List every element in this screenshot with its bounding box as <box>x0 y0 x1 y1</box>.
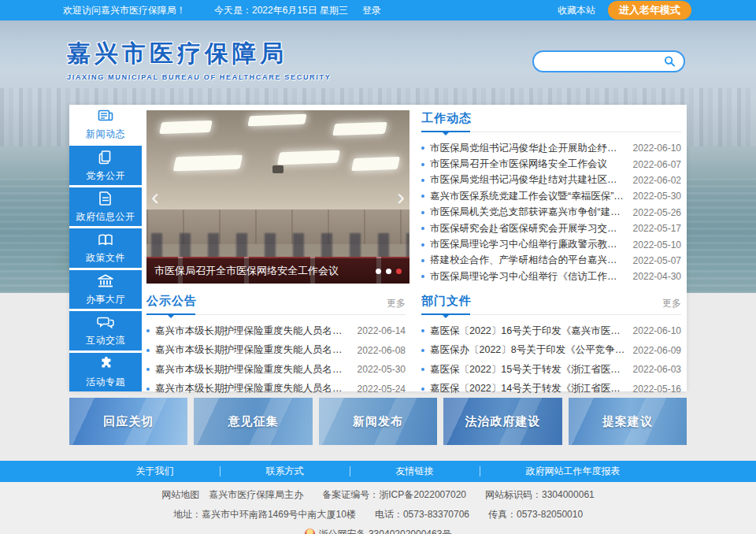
news-title: 嘉医保〔2022〕15号关于转发《浙江省医疗保... <box>430 363 627 376</box>
news-date: 2022-06-08 <box>358 345 406 356</box>
news-title: 搭建校企合作、产学研相结合的平台嘉兴市长期护理... <box>430 254 627 267</box>
section-header: 部门文件 更多 <box>421 294 681 315</box>
bullet-icon <box>421 243 424 247</box>
bullet-icon <box>421 349 424 352</box>
bullet-icon <box>421 211 424 214</box>
carousel-dot[interactable] <box>386 269 391 274</box>
photo-light <box>277 150 340 165</box>
news-date: 2022-06-09 <box>633 345 681 356</box>
favorite-link[interactable]: 收藏本站 <box>558 4 595 17</box>
footer-nav-contact[interactable]: 联系方式 <box>220 465 350 478</box>
today-date: 今天是：2022年6月15日 星期三 <box>214 4 348 17</box>
news-item[interactable]: 嘉医保办〔2022〕8号关于印发《公平竞争审查...2022-06-09 <box>421 341 681 361</box>
sidebar-item-label: 新闻动态 <box>86 128 125 141</box>
sidebar-item-interaction[interactable]: 互动交流 <box>69 311 142 350</box>
section-title[interactable]: 工作动态 <box>421 111 472 124</box>
news-item[interactable]: 嘉医保〔2022〕15号关于转发《浙江省医疗保...2022-06-03 <box>421 360 681 380</box>
news-date: 2022-06-02 <box>633 175 681 186</box>
news-item[interactable]: 市医保局理论学习中心组举行廉政警示教育专题学习...2022-05-10 <box>421 236 681 252</box>
banner-news-release[interactable]: 新闻发布 <box>319 398 437 445</box>
news-title: 嘉兴市医保系统党建工作会议暨“幸福医保”党建联... <box>430 190 627 203</box>
login-link[interactable]: 登录 <box>362 4 381 17</box>
bullet-icon <box>421 329 424 332</box>
bullet-icon <box>421 259 424 262</box>
sidebar-item-label: 互动交流 <box>86 334 125 347</box>
bullet-icon <box>146 349 150 352</box>
news-date: 2022-06-10 <box>633 143 681 154</box>
news-item[interactable]: 市医保局党组书记冯俊华赴企开展助企纾困活动2022-06-10 <box>421 140 681 156</box>
sidebar-item-news[interactable]: 新闻动态 <box>69 105 142 143</box>
bullet-icon <box>421 195 424 198</box>
more-link[interactable]: 更多 <box>387 297 406 310</box>
footer-nav-links[interactable]: 友情链接 <box>350 465 480 478</box>
carousel-caption[interactable]: 市医保局召开全市医保网络安全工作会议 <box>146 258 410 284</box>
news-item[interactable]: 嘉医保〔2022〕14号关于转发《浙江省医疗保...2022-05-16 <box>421 380 681 399</box>
chat-icon <box>96 313 115 331</box>
news-item[interactable]: 嘉兴市医保系统党建工作会议暨“幸福医保”党建联...2022-05-30 <box>421 188 681 204</box>
section-work-news: 工作动态 市医保局党组书记冯俊华赴企开展助企纾困活动2022-06-10 市医保… <box>421 111 681 285</box>
footer-nav-annual-report[interactable]: 政府网站工作年度报表 <box>480 465 666 478</box>
sidebar-item-label: 党务公开 <box>86 169 125 183</box>
document-icon <box>97 190 114 207</box>
search-input[interactable] <box>542 56 664 67</box>
news-title: 市医保局党组书记冯俊华赴结对共建社区指导全国文... <box>430 173 627 187</box>
section-title[interactable]: 公示公告 <box>146 294 197 307</box>
news-list: 嘉医保〔2022〕16号关于印发《嘉兴市医疗保...2022-06-10 嘉医保… <box>421 321 681 399</box>
banner-label: 提案建议 <box>602 414 653 429</box>
site-title: 嘉兴市医疗保障局 <box>67 38 331 70</box>
news-item[interactable]: 市医保局党组书记冯俊华赴结对共建社区指导全国文...2022-06-02 <box>421 172 681 188</box>
banner-opinion-collection[interactable]: 意见征集 <box>194 398 312 445</box>
carousel-prev-arrow[interactable]: ‹ <box>151 185 159 209</box>
footer-nav-about[interactable]: 关于我们 <box>91 465 220 478</box>
banner-respond-concerns[interactable]: 回应关切 <box>69 398 187 445</box>
police-badge-icon <box>305 528 315 534</box>
site-subtitle: JIAXING MUNICIPAL BUREAU OF HEALTHCARE S… <box>67 73 331 81</box>
bullet-icon <box>421 388 424 391</box>
news-item[interactable]: 嘉兴市本级长期护理保险重度失能人员名单公示（2...2022-05-30 <box>146 360 406 380</box>
sidebar-menu: 新闻动态 党务公开 政府信息公开 <box>69 105 142 391</box>
news-item[interactable]: 嘉兴市本级长期护理保险重度失能人员名单公示（2...2022-06-14 <box>146 321 406 341</box>
carousel-dot[interactable] <box>376 269 381 274</box>
site-logo: 嘉兴市医疗保障局 JIAXING MUNICIPAL BUREAU OF HEA… <box>67 38 331 81</box>
section-notices: 公示公告 更多 嘉兴市本级长期护理保险重度失能人员名单公示（2...2022-0… <box>146 294 406 399</box>
photo-light <box>159 121 213 134</box>
sidebar-item-party-affairs[interactable]: 党务公开 <box>69 146 142 184</box>
top-bar: 欢迎访问嘉兴市医疗保障局！ 今天是：2022年6月15日 星期三 登录 收藏本站… <box>0 0 756 20</box>
banner-label: 回应关切 <box>103 414 154 429</box>
main-content-card: 新闻动态 党务公开 政府信息公开 <box>69 105 687 391</box>
sidebar-item-service-hall[interactable]: 办事大厅 <box>69 270 142 309</box>
news-item[interactable]: 嘉兴市本级长期护理保险重度失能人员名单公示（2...2022-05-24 <box>146 380 406 399</box>
banner-law-government[interactable]: 法治政府建设 <box>443 398 561 445</box>
news-item[interactable]: 市医保研究会赴省医保研究会开展学习交流活动2022-05-17 <box>421 221 681 236</box>
news-item[interactable]: 市医保局召开全市医保网络安全工作会议2022-06-07 <box>421 156 681 172</box>
search-icon[interactable] <box>664 55 676 68</box>
banner-proposals[interactable]: 提案建议 <box>569 398 687 445</box>
section-title[interactable]: 部门文件 <box>421 294 472 307</box>
elder-mode-button[interactable]: 进入老年模式 <box>608 1 691 20</box>
news-item[interactable]: 嘉医保〔2022〕16号关于印发《嘉兴市医疗保...2022-06-10 <box>421 321 681 341</box>
bullet-icon <box>421 227 424 230</box>
news-item[interactable]: 市医保局机关党总支部获评嘉兴市争创“建设清廉机...2022-05-26 <box>421 205 681 221</box>
footer-line3[interactable]: 浙公网安备 33040202000463号 <box>319 528 452 534</box>
bullet-icon <box>421 163 424 166</box>
bullet-icon <box>421 368 424 371</box>
bank-icon <box>96 273 115 290</box>
sidebar-item-policy-files[interactable]: 政策文件 <box>69 228 142 267</box>
bullet-icon <box>146 368 150 371</box>
news-title: 嘉兴市本级长期护理保险重度失能人员名单公示（2... <box>155 382 351 395</box>
sidebar-item-special-topics[interactable]: 活动专题 <box>69 353 142 391</box>
news-title: 市医保研究会赴省医保研究会开展学习交流活动 <box>430 222 627 235</box>
news-item[interactable]: 市医保局理论学习中心组举行《信访工作条例》专题...2022-04-30 <box>421 269 681 284</box>
banner-label: 法治政府建设 <box>465 414 540 429</box>
news-item[interactable]: 嘉兴市本级长期护理保险重度失能人员名单公示（2...2022-06-08 <box>146 341 406 361</box>
puzzle-icon <box>97 355 114 373</box>
sidebar-item-gov-info[interactable]: 政府信息公开 <box>69 187 142 226</box>
news-item[interactable]: 搭建校企合作、产学研相结合的平台嘉兴市长期护理...2022-05-07 <box>421 253 681 269</box>
news-title: 嘉兴市本级长期护理保险重度失能人员名单公示（2... <box>155 343 351 357</box>
news-title: 市医保局理论学习中心组举行《信访工作条例》专题... <box>430 270 627 284</box>
carousel-next-arrow[interactable]: › <box>397 185 405 209</box>
more-link[interactable]: 更多 <box>662 297 681 310</box>
carousel-dot-active[interactable] <box>396 269 402 274</box>
news-title: 嘉医保办〔2022〕8号关于印发《公平竞争审查... <box>430 343 627 357</box>
news-date: 2022-05-17 <box>633 223 681 234</box>
